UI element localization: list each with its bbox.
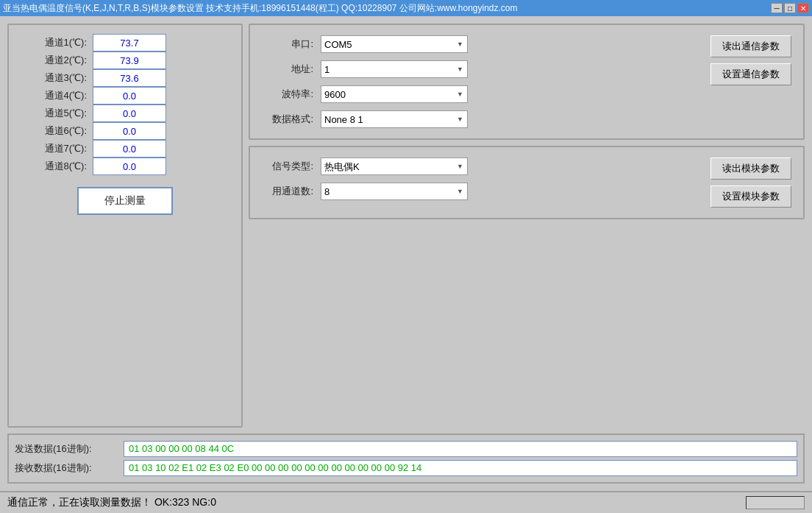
- address-label: 地址:: [262, 63, 313, 76]
- channel-input-1[interactable]: [93, 34, 166, 52]
- left-panel: 通道1(℃): 通道2(℃): 通道3(℃): 通道4(℃): 通道5(℃): …: [7, 24, 243, 428]
- receive-data-value: 01 03 10 02 E1 02 E3 02 E0 00 00 00 00 0…: [124, 460, 797, 476]
- channel-input-8[interactable]: [93, 158, 166, 175]
- module-params: 信号类型: 热电偶K热电偶E热电偶J热电偶N热电偶T热电偶R热电偶B热电偶S 用…: [262, 158, 702, 200]
- receive-data-row: 接收数据(16进制): 01 03 10 02 E1 02 E3 02 E0 0…: [15, 460, 797, 476]
- close-button[interactable]: ✕: [797, 3, 809, 13]
- minimize-button[interactable]: ─: [771, 3, 783, 13]
- module-buttons: 读出模块参数 设置模块参数: [710, 158, 791, 208]
- comm-params-box: 串口: COM1COM2COM3COM4COM5COM6 地址: 12345: [249, 24, 805, 140]
- dataformat-select[interactable]: None 8 1Even 8 1Odd 8 1: [321, 110, 468, 128]
- channel-label-2: 通道2(℃):: [21, 54, 87, 67]
- channel-count-select[interactable]: 12345678: [321, 183, 468, 200]
- port-select-wrapper: COM1COM2COM3COM4COM5COM6: [321, 35, 468, 53]
- signal-type-label: 信号类型:: [262, 160, 313, 173]
- stop-button[interactable]: 停止测量: [77, 187, 173, 215]
- channel-row-1: 通道1(℃):: [21, 34, 229, 52]
- main-content: 通道1(℃): 通道2(℃): 通道3(℃): 通道4(℃): 通道5(℃): …: [0, 16, 812, 491]
- channels-container: 通道1(℃): 通道2(℃): 通道3(℃): 通道4(℃): 通道5(℃): …: [21, 34, 229, 175]
- channel-input-5[interactable]: [93, 105, 166, 122]
- right-panel: 串口: COM1COM2COM3COM4COM5COM6 地址: 12345: [249, 24, 805, 428]
- baudrate-select-wrapper: 96001920038400115200: [321, 85, 468, 103]
- channel-label-6: 通道6(℃):: [21, 124, 87, 138]
- data-section: 发送数据(16进制): 01 03 00 00 00 08 44 0C 接收数据…: [7, 434, 805, 484]
- address-row: 地址: 12345: [262, 60, 702, 78]
- channel-row-2: 通道2(℃):: [21, 52, 229, 69]
- channel-row-5: 通道5(℃):: [21, 105, 229, 122]
- read-comm-btn[interactable]: 读出通信参数: [710, 35, 791, 57]
- channel-row-7: 通道7(℃):: [21, 140, 229, 158]
- maximize-button[interactable]: □: [784, 3, 796, 13]
- channel-input-7[interactable]: [93, 140, 166, 158]
- channel-input-6[interactable]: [93, 122, 166, 140]
- send-data-value: 01 03 00 00 00 08 44 0C: [124, 441, 797, 457]
- set-module-btn[interactable]: 设置模块参数: [710, 185, 791, 208]
- channel-input-4[interactable]: [93, 87, 166, 105]
- receive-data-label: 接收数据(16进制):: [15, 461, 118, 475]
- channel-label-4: 通道4(℃):: [21, 89, 87, 102]
- address-select[interactable]: 12345: [321, 60, 468, 78]
- set-comm-btn[interactable]: 设置通信参数: [710, 63, 791, 85]
- channel-label-1: 通道1(℃):: [21, 36, 87, 49]
- port-label: 串口:: [262, 38, 313, 51]
- dataformat-label: 数据格式:: [262, 113, 313, 126]
- signal-type-select-wrapper: 热电偶K热电偶E热电偶J热电偶N热电偶T热电偶R热电偶B热电偶S: [321, 158, 468, 175]
- channel-count-row: 用通道数: 12345678: [262, 183, 702, 200]
- baudrate-select[interactable]: 96001920038400115200: [321, 85, 468, 103]
- channel-label-8: 通道8(℃):: [21, 160, 87, 173]
- port-row: 串口: COM1COM2COM3COM4COM5COM6: [262, 35, 702, 53]
- channel-count-label: 用通道数:: [262, 185, 313, 198]
- comm-params: 串口: COM1COM2COM3COM4COM5COM6 地址: 12345: [262, 35, 702, 128]
- title-bar-buttons: ─ □ ✕: [771, 3, 809, 13]
- channel-row-8: 通道8(℃):: [21, 158, 229, 175]
- dataformat-select-wrapper: None 8 1Even 8 1Odd 8 1: [321, 110, 468, 128]
- channel-label-5: 通道5(℃):: [21, 107, 87, 120]
- channel-input-2[interactable]: [93, 52, 166, 69]
- baudrate-row: 波特率: 96001920038400115200: [262, 85, 702, 103]
- comm-buttons: 读出通信参数 设置通信参数: [710, 35, 791, 85]
- signal-type-select[interactable]: 热电偶K热电偶E热电偶J热电偶N热电偶T热电偶R热电偶B热电偶S: [321, 158, 468, 175]
- signal-type-row: 信号类型: 热电偶K热电偶E热电偶J热电偶N热电偶T热电偶R热电偶B热电偶S: [262, 158, 702, 175]
- send-data-label: 发送数据(16进制):: [15, 442, 118, 456]
- status-bar: 通信正常，正在读取测量数据！ OK:323 NG:0: [0, 491, 812, 513]
- channel-row-6: 通道6(℃):: [21, 122, 229, 140]
- baudrate-label: 波特率:: [262, 88, 313, 101]
- status-indicator: [746, 496, 805, 509]
- channel-row-3: 通道3(℃):: [21, 69, 229, 87]
- port-select[interactable]: COM1COM2COM3COM4COM5COM6: [321, 35, 468, 53]
- send-data-row: 发送数据(16进制): 01 03 00 00 00 08 44 0C: [15, 441, 797, 457]
- channel-label-7: 通道7(℃):: [21, 142, 87, 155]
- module-params-box: 信号类型: 热电偶K热电偶E热电偶J热电偶N热电偶T热电偶R热电偶B热电偶S 用…: [249, 146, 805, 219]
- dataformat-row: 数据格式: None 8 1Even 8 1Odd 8 1: [262, 110, 702, 128]
- title-bar: 亚当热电偶温度信号(K,E,J,N,T,R,B,S)模块参数设置 技术支持手机:…: [0, 0, 812, 16]
- channel-row-4: 通道4(℃):: [21, 87, 229, 105]
- channel-label-3: 通道3(℃):: [21, 71, 87, 85]
- address-select-wrapper: 12345: [321, 60, 468, 78]
- status-text: 通信正常，正在读取测量数据！ OK:323 NG:0: [7, 496, 740, 509]
- title-bar-text: 亚当热电偶温度信号(K,E,J,N,T,R,B,S)模块参数设置 技术支持手机:…: [3, 2, 518, 15]
- top-section: 通道1(℃): 通道2(℃): 通道3(℃): 通道4(℃): 通道5(℃): …: [7, 24, 805, 428]
- read-module-btn[interactable]: 读出模块参数: [710, 158, 791, 180]
- channel-count-select-wrapper: 12345678: [321, 183, 468, 200]
- channel-input-3[interactable]: [93, 69, 166, 87]
